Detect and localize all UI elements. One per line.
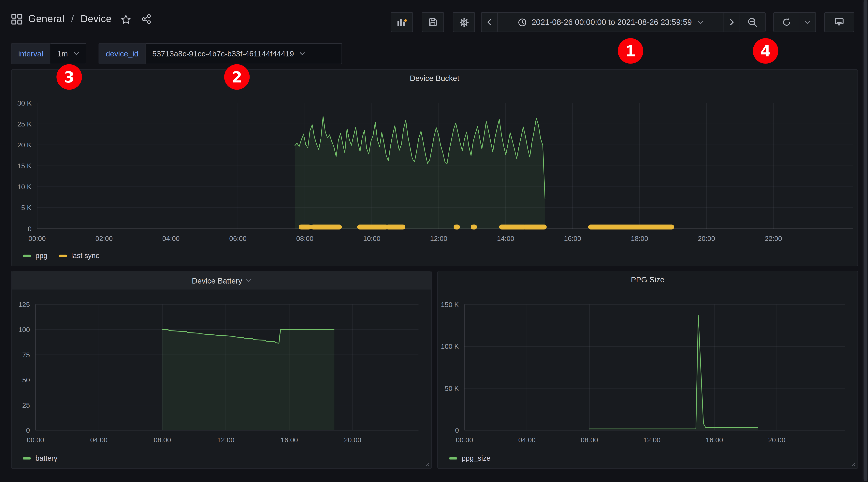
svg-text:30 K: 30 K <box>18 99 32 107</box>
panel-device-bucket: Device Bucket 00:0002:0004:0006:0008:001… <box>11 69 858 266</box>
time-shift-forward-button[interactable] <box>724 13 740 32</box>
legend-item-battery[interactable]: battery <box>23 454 57 462</box>
legend-item-ppg-size[interactable]: ppg_size <box>449 454 491 462</box>
ppg-legend-swatch <box>23 254 31 257</box>
dashboard-settings-button[interactable] <box>453 12 475 32</box>
add-panel-button[interactable] <box>391 12 413 32</box>
svg-text:04:00: 04:00 <box>162 235 180 242</box>
top-nav-bar: General / Device <box>0 0 863 34</box>
breadcrumb: General / Device <box>11 13 152 25</box>
page-scrollbar[interactable] <box>863 0 868 482</box>
refresh-interval-dropdown[interactable] <box>799 13 815 32</box>
svg-text:150 K: 150 K <box>441 301 459 308</box>
svg-text:04:00: 04:00 <box>518 436 536 444</box>
chevron-left-icon <box>486 18 493 26</box>
svg-text:100 K: 100 K <box>441 342 459 350</box>
svg-text:20:00: 20:00 <box>344 436 362 444</box>
kiosk-mode-button[interactable] <box>824 12 854 32</box>
legend-item-last-sync[interactable]: last sync <box>59 251 99 260</box>
svg-text:50 K: 50 K <box>445 385 459 392</box>
add-panel-icon <box>396 17 407 28</box>
monitor-icon <box>834 17 845 28</box>
svg-text:00:00: 00:00 <box>27 436 44 444</box>
svg-text:12:00: 12:00 <box>643 436 661 444</box>
variable-device-id: device_id 53713a8c-91cc-4b7c-b33f-461144… <box>98 43 342 63</box>
device-bucket-chart[interactable]: 00:0002:0004:0006:0008:0010:0012:0014:00… <box>12 70 858 266</box>
breadcrumb-page[interactable]: Device <box>81 13 112 25</box>
variable-device-id-label: device_id <box>98 43 146 64</box>
battery-legend-label: battery <box>35 454 58 462</box>
svg-text:25: 25 <box>22 401 30 409</box>
share-icon[interactable] <box>141 14 152 24</box>
save-dashboard-button[interactable] <box>422 12 444 32</box>
variable-interval-value[interactable]: 1m <box>51 43 86 64</box>
chevron-down-icon <box>804 20 810 24</box>
svg-text:15 K: 15 K <box>18 162 32 170</box>
svg-text:18:00: 18:00 <box>631 235 648 242</box>
svg-text:20:00: 20:00 <box>768 436 785 444</box>
svg-text:22:00: 22:00 <box>765 235 782 242</box>
time-range-picker[interactable]: 2021-08-26 00:00:00 to 2021-08-26 23:59:… <box>498 13 723 32</box>
gear-icon <box>459 17 469 27</box>
grafana-dashboard: General / Device <box>0 0 868 482</box>
svg-text:75: 75 <box>22 351 30 359</box>
callout-badge-4: 4 <box>753 38 778 64</box>
svg-text:0: 0 <box>455 426 459 434</box>
variable-device-id-current: 53713a8c-91cc-4b7c-b33f-461144f44419 <box>152 49 294 58</box>
variable-interval: interval 1m <box>11 43 86 63</box>
ppg-size-legend-swatch <box>449 457 457 459</box>
svg-text:16:00: 16:00 <box>564 235 581 242</box>
callout-badge-3: 3 <box>56 64 82 90</box>
chevron-right-icon <box>728 18 735 26</box>
last-sync-legend-swatch <box>59 254 67 257</box>
svg-text:02:00: 02:00 <box>95 235 113 242</box>
panel-resize-handle[interactable] <box>424 461 430 466</box>
device-bucket-legend: ppg last sync <box>23 251 99 260</box>
ppg-size-chart[interactable]: 00:0004:0008:0012:0016:0020:00050 K100 K… <box>438 271 858 469</box>
svg-text:125: 125 <box>18 301 30 308</box>
ppg-size-legend-label: ppg_size <box>462 454 490 462</box>
scrollbar-thumb[interactable] <box>863 0 867 481</box>
ppg-size-legend: ppg_size <box>449 454 491 462</box>
breadcrumb-separator: / <box>70 13 75 25</box>
svg-text:25 K: 25 K <box>18 120 32 128</box>
svg-text:0: 0 <box>28 225 32 233</box>
svg-text:5 K: 5 K <box>21 204 32 211</box>
svg-text:0: 0 <box>26 426 30 434</box>
callout-badge-2: 2 <box>224 64 250 90</box>
favorite-star-icon[interactable] <box>121 14 131 24</box>
svg-text:100: 100 <box>18 326 30 333</box>
save-icon <box>428 17 438 27</box>
svg-text:10:00: 10:00 <box>363 235 380 242</box>
breadcrumb-section[interactable]: General <box>28 13 64 25</box>
time-controls-group: 2021-08-26 00:00:00 to 2021-08-26 23:59:… <box>481 12 766 32</box>
dashboard-grid-icon[interactable] <box>11 13 23 25</box>
panel-ppg-size: PPG Size 00:0004:0008:0012:0016:0020:000… <box>437 271 858 469</box>
time-range-text: 2021-08-26 00:00:00 to 2021-08-26 23:59:… <box>527 18 698 27</box>
zoom-out-time-button[interactable] <box>740 13 765 32</box>
svg-text:50: 50 <box>22 376 30 384</box>
device-battery-chart[interactable]: 00:0004:0008:0012:0016:0020:000255075100… <box>12 271 431 469</box>
time-shift-back-button[interactable] <box>482 13 497 32</box>
ppg-legend-label: ppg <box>35 251 48 260</box>
svg-text:16:00: 16:00 <box>706 436 723 444</box>
panel-device-battery: Device Battery 00:0004:0008:0012:0016:00… <box>11 271 432 469</box>
last-sync-legend-label: last sync <box>71 251 99 260</box>
refresh-button[interactable] <box>774 13 799 32</box>
legend-item-ppg[interactable]: ppg <box>23 251 48 260</box>
variable-interval-current: 1m <box>57 49 68 58</box>
magnifier-minus-icon <box>747 17 758 27</box>
panel-resize-handle[interactable] <box>850 461 856 466</box>
battery-legend-swatch <box>23 457 31 459</box>
chevron-down-icon <box>300 52 305 55</box>
svg-text:04:00: 04:00 <box>90 436 107 444</box>
svg-text:08:00: 08:00 <box>154 436 171 444</box>
chevron-down-icon <box>73 52 79 55</box>
variable-device-id-value[interactable]: 53713a8c-91cc-4b7c-b33f-461144f44419 <box>146 43 342 64</box>
device-battery-legend: battery <box>23 454 57 462</box>
svg-text:12:00: 12:00 <box>430 235 447 242</box>
svg-text:20:00: 20:00 <box>698 235 715 242</box>
refresh-group <box>773 12 816 32</box>
svg-text:08:00: 08:00 <box>581 436 598 444</box>
svg-text:10 K: 10 K <box>18 183 32 190</box>
